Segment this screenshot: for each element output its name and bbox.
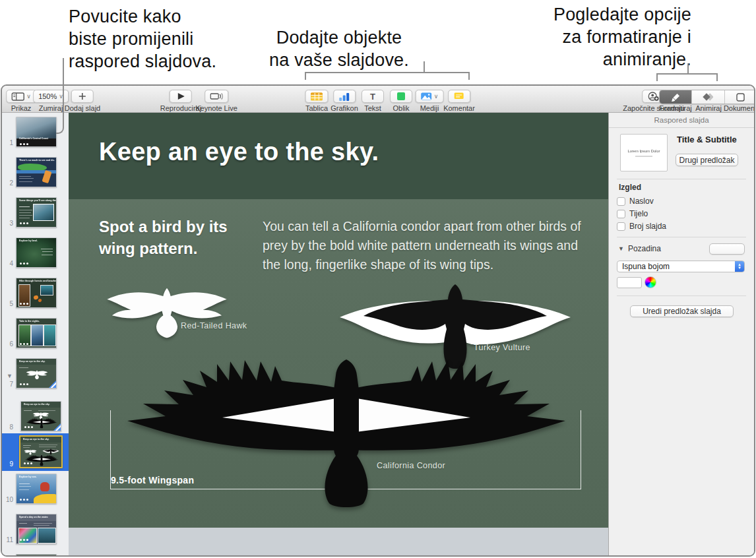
slide-number: 11 <box>2 536 13 544</box>
text-icon: T <box>370 92 375 101</box>
slide-row-9: 9 Keep an eye to the sky. <box>2 435 69 468</box>
callout-bracket-objects <box>305 72 470 80</box>
condor-mini-icon <box>24 454 59 466</box>
background-label: Pozadina <box>628 244 661 253</box>
california-condor-graphic[interactable] <box>109 357 584 509</box>
hawk-label[interactable]: Red-Tailed Hawk <box>181 321 247 330</box>
slide-number: 8 <box>2 423 13 431</box>
edit-master-button[interactable]: Uredi predložak slajda <box>630 305 734 317</box>
title-checkbox[interactable] <box>617 197 625 206</box>
slide-thumbnail-7[interactable]: Keep an eye to the sky. <box>16 358 57 388</box>
slide-number-checkbox[interactable] <box>617 222 625 231</box>
format-inspector: Raspored slajda Lorem Ipsum Dolor Title … <box>608 113 754 555</box>
bullet-dots <box>20 222 22 224</box>
divider <box>617 237 746 237</box>
play-button[interactable] <box>170 90 192 103</box>
slide-row-10: 10 Explore by sea. <box>2 474 69 504</box>
text-label: Tekst <box>364 104 381 112</box>
comment-icon <box>454 92 464 100</box>
slide-number-checkbox-row: Broj slajda <box>617 222 666 231</box>
bullet-dots <box>20 499 22 501</box>
add-slide-button[interactable] <box>71 90 94 103</box>
slide-thumbnail-9[interactable]: Keep an eye to the sky. <box>19 435 63 468</box>
layout-name: Title & Subtitle <box>677 135 737 144</box>
keynote-live-group: Keynote Live <box>195 90 237 112</box>
format-tab[interactable] <box>660 90 692 104</box>
bullet-dots <box>20 343 22 345</box>
background-preset-button[interactable] <box>709 243 745 255</box>
stepper-icon: ▲▼ <box>735 261 744 272</box>
media-button[interactable]: ∨ <box>416 90 444 103</box>
table-label: Tablica <box>305 104 328 112</box>
slide-thumbnail-8[interactable]: Keep an eye to the sky. <box>20 401 61 431</box>
red-tailed-hawk-graphic[interactable] <box>104 284 230 340</box>
slide-body-text[interactable]: You can tell a California condor apart f… <box>263 217 581 274</box>
bullet-dots <box>24 462 26 464</box>
callout-stem-objects <box>424 61 425 73</box>
slide-number: 9 <box>2 460 13 468</box>
layout-thumbnail-text: Lorem Ipsum Dolor <box>628 149 660 153</box>
animate-tab[interactable] <box>692 90 724 104</box>
comment-label: Komentar <box>443 104 475 112</box>
bullet-dots <box>24 426 26 428</box>
fill-type-select[interactable]: Ispuna bojom ▲▼ <box>617 261 745 272</box>
wingspan-label[interactable]: 9.5-foot Wingspan <box>111 475 194 485</box>
zoom-value: 150% <box>38 92 57 100</box>
title-checkbox-label: Naslov <box>629 197 654 206</box>
shape-button[interactable] <box>390 90 412 103</box>
fill-type-value: Ispuna bojom <box>617 262 735 271</box>
table-button[interactable] <box>305 90 329 103</box>
vulture-label[interactable]: Turkey Vulture <box>474 343 530 352</box>
slide-row-2: 2 There's so much to see and do. <box>2 157 69 187</box>
view-button[interactable]: ∨ <box>6 90 36 103</box>
slide-number: 3 <box>2 220 13 228</box>
divider <box>617 295 746 296</box>
bullet-dots <box>20 263 22 264</box>
slide-number: 6 <box>2 340 13 348</box>
slide-heading-text[interactable]: Spot a bird by its wing pattern. <box>99 216 228 259</box>
play-icon <box>177 92 185 100</box>
divider <box>617 179 746 179</box>
slide-thumbnail-12[interactable] <box>16 554 57 557</box>
add-slide-label: Dodaj slajd <box>65 104 100 112</box>
slide-thumbnail-11[interactable]: Spend a day on the water. <box>16 514 57 544</box>
change-layout-button[interactable]: Drugi predložak <box>676 154 738 166</box>
media-label: Mediji <box>420 104 439 112</box>
layout-thumbnail[interactable]: Lorem Ipsum Dolor <box>620 134 668 171</box>
add-slide-group: Dodaj slajd <box>65 90 100 112</box>
view-label: Prikaz <box>11 104 32 112</box>
hawk-mini-icon <box>26 369 48 380</box>
keynote-live-button[interactable] <box>205 90 228 103</box>
appearance-section-title: Izgled <box>619 183 641 192</box>
text-button[interactable]: T <box>362 90 384 103</box>
slide-thumbnail-4[interactable]: Explore by land. <box>16 237 57 268</box>
comment-button[interactable] <box>448 90 470 103</box>
comment-group: Komentar <box>443 90 475 112</box>
slide-thumbnail-2[interactable]: There's so much to see and do. <box>16 157 57 187</box>
slide-number: 2 <box>2 179 13 187</box>
disclosure-triangle-icon[interactable]: ▼ <box>618 245 624 252</box>
slide-number: 5 <box>2 300 13 308</box>
current-slide[interactable]: Keep an eye to the sky. Spot a bird by i… <box>69 113 608 528</box>
body-checkbox[interactable] <box>617 210 625 218</box>
bullet-dots <box>20 303 22 305</box>
slide-row-5: 5 Hike through forests and beaches. <box>2 278 69 308</box>
view-button-group: ∨ Prikaz <box>6 90 36 112</box>
chevron-down-icon: ∨ <box>26 94 31 100</box>
chart-button[interactable] <box>333 90 356 103</box>
document-tab[interactable] <box>725 90 755 104</box>
slide-number: 10 <box>2 496 13 504</box>
bullet-dots <box>20 539 22 541</box>
slide-thumbnail-3[interactable]: Some things you'll see along the way. <box>16 197 57 228</box>
color-wheel-button[interactable] <box>645 276 656 288</box>
slide-title-text[interactable]: Keep an eye to the sky. <box>99 138 379 166</box>
slide-thumbnail-5[interactable]: Hike through forests and beaches. <box>16 278 57 308</box>
slide-thumbnail-6[interactable]: Take in the sights. <box>16 318 57 348</box>
condor-label[interactable]: California Condor <box>377 461 445 470</box>
animate-diamond-icon <box>703 93 713 102</box>
slide-thumbnail-1[interactable]: California's Central Coast <box>16 117 57 147</box>
fill-color-well[interactable] <box>617 277 642 288</box>
slide-number: 7 <box>2 381 13 388</box>
slide-thumbnail-10[interactable]: Explore by sea. <box>16 474 57 504</box>
slide-navigator: ▼ 1 California's Central Coast 2 There's… <box>2 113 69 555</box>
